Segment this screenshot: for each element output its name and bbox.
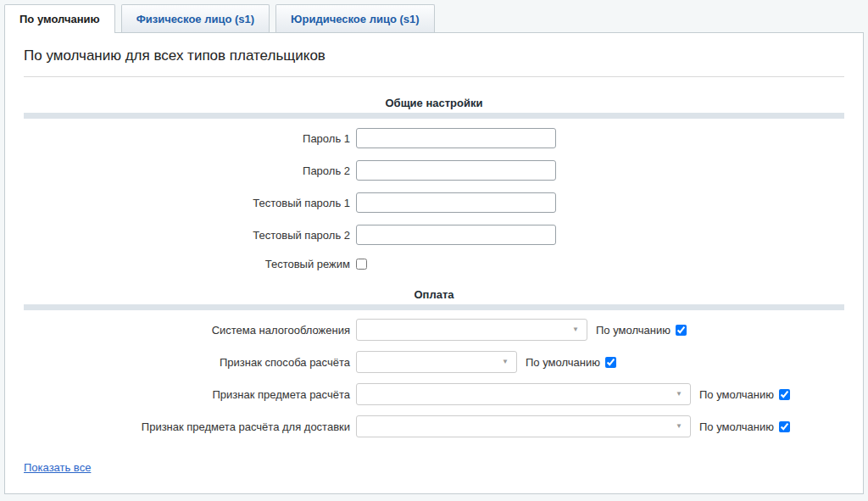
test-password-2-label: Тестовый пароль 2: [23, 229, 350, 242]
dropdown-arrow-icon: ▼: [676, 423, 682, 430]
section-payment-title: Оплата: [5, 288, 863, 301]
test-mode-label: Тестовый режим: [23, 258, 350, 270]
payment-method-attribute-default-checkbox[interactable]: [605, 357, 616, 368]
dropdown-arrow-icon: ▼: [676, 391, 682, 398]
row-password-1: Пароль 1: [5, 122, 863, 154]
general-rows: Пароль 1 Пароль 2 Тестовый пароль 1 Тест…: [5, 122, 863, 276]
delivery-payment-subject-attribute-default-checkbox[interactable]: [779, 421, 790, 432]
show-all-link[interactable]: Показать все: [24, 461, 91, 474]
test-password-1-input[interactable]: [356, 192, 556, 213]
tab-individual[interactable]: Физическое лицо (s1): [121, 4, 270, 32]
dropdown-arrow-icon: ▼: [502, 359, 509, 365]
payment-subject-attribute-select[interactable]: ▼: [356, 383, 691, 405]
delivery-payment-subject-attribute-default-label: По умолчанию: [699, 420, 774, 433]
tab-legal-entity[interactable]: Юридическое лицо (s1): [275, 4, 434, 32]
tab-default[interactable]: По умолчанию: [4, 4, 115, 33]
row-tax-system: Система налогообложения ▼ По умолчанию: [5, 314, 863, 346]
tab-bar: По умолчанию Физическое лицо (s1) Юридич…: [4, 4, 435, 33]
tax-system-default-label: По умолчанию: [596, 324, 670, 337]
row-test-password-2: Тестовый пароль 2: [5, 219, 863, 251]
tax-system-select[interactable]: ▼: [356, 319, 587, 341]
dropdown-arrow-icon: ▼: [572, 326, 579, 333]
test-mode-checkbox[interactable]: [356, 259, 367, 270]
payment-rows: Система налогообложения ▼ По умолчанию П…: [5, 314, 863, 443]
password-2-label: Пароль 2: [23, 164, 350, 177]
title-divider: [24, 76, 844, 77]
row-test-mode: Тестовый режим: [5, 251, 863, 276]
payment-method-attribute-select[interactable]: ▼: [356, 351, 517, 373]
row-payment-method-attribute: Признак способа расчёта ▼ По умолчанию: [5, 346, 863, 378]
test-password-2-input[interactable]: [356, 225, 556, 245]
password-2-input[interactable]: [356, 160, 556, 181]
section-payment-bar: [24, 304, 844, 310]
row-password-2: Пароль 2: [5, 154, 863, 186]
page-title: По умолчанию для всех типов плательщиков: [24, 47, 844, 64]
section-general-bar: [24, 113, 844, 119]
tax-system-label: Система налогообложения: [23, 324, 350, 337]
payment-method-attribute-default-label: По умолчанию: [526, 356, 600, 369]
footer: Показать все: [24, 461, 844, 474]
test-password-1-label: Тестовый пароль 1: [23, 197, 350, 209]
payment-subject-attribute-label: Признак предмета расчёта: [23, 388, 350, 401]
password-1-label: Пароль 1: [23, 132, 350, 145]
tax-system-default-checkbox[interactable]: [676, 325, 687, 336]
payment-method-attribute-label: Признак способа расчёта: [23, 356, 350, 369]
delivery-payment-subject-attribute-label: Признак предмета расчёта для доставки: [23, 420, 350, 433]
row-payment-subject-attribute: Признак предмета расчёта ▼ По умолчанию: [5, 378, 863, 410]
delivery-payment-subject-attribute-select[interactable]: ▼: [356, 415, 691, 437]
payment-subject-attribute-default-label: По умолчанию: [699, 388, 774, 401]
settings-panel: По умолчанию для всех типов плательщиков…: [4, 32, 864, 494]
row-test-password-1: Тестовый пароль 1: [5, 186, 863, 219]
section-general-title: Общие настройки: [5, 97, 863, 109]
password-1-input[interactable]: [356, 128, 556, 148]
row-delivery-payment-subject-attribute: Признак предмета расчёта для доставки ▼ …: [5, 410, 863, 443]
payment-subject-attribute-default-checkbox[interactable]: [779, 389, 790, 400]
